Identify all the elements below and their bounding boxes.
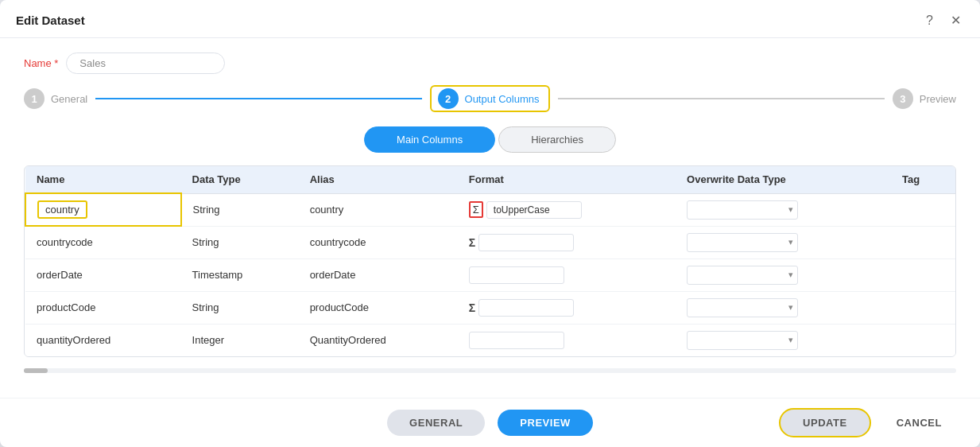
cell-overwrite: ▾ [676,226,891,258]
cell-name: quantityOrdered [25,324,181,356]
name-label: Name * [24,57,58,69]
overwrite-select-orderdate[interactable] [687,266,798,285]
cell-overwrite: ▾ [676,324,891,356]
sigma-symbol: Σ [473,204,479,216]
format-input-quantityordered[interactable] [469,332,564,349]
cell-tag [891,291,955,324]
cell-name: productCode [25,291,181,324]
col-name: Name [25,166,181,193]
cell-tag [891,258,955,291]
step-1[interactable]: 1 General [24,88,87,109]
name-input[interactable] [66,52,225,74]
cell-datatype: String [181,291,299,324]
close-button[interactable]: ✕ [947,11,964,29]
step-3-label: Preview [920,93,956,105]
horizontal-scrollbar[interactable] [24,368,956,373]
cell-tag [891,226,955,258]
cell-format [458,258,676,291]
col-tag: Tag [891,166,955,193]
col-alias: Alias [299,166,458,193]
overwrite-select-countrycode[interactable] [687,233,798,252]
step-1-label: General [51,93,87,105]
cell-alias: countrycode [299,226,458,258]
steps-row: 1 General 2 Output Columns 3 Preview [24,85,956,112]
table-row: country String country Σ [25,193,955,226]
cell-format: Σ [458,193,676,226]
format-input-orderdate[interactable] [469,266,564,284]
dialog-body: Name * 1 General 2 Output Columns [0,38,980,398]
cell-tag [891,324,955,356]
cell-datatype: Integer [181,324,299,356]
update-button[interactable]: UPDATE [779,408,871,437]
cell-format: Σ [458,226,676,258]
cell-alias: country [299,193,458,226]
tab-hierarchies[interactable]: Hierarchies [498,126,616,153]
step-2-label: Output Columns [465,93,540,105]
dialog-title: Edit Dataset [16,14,85,27]
table-row: countrycode String countrycode Σ [25,226,955,258]
cell-tag [891,193,955,226]
cell-name: orderDate [25,258,181,291]
overwrite-select-country[interactable] [687,200,798,220]
cell-format [458,324,676,356]
cell-datatype: Timestamp [181,258,299,291]
cell-alias: orderDate [299,258,458,291]
cell-name: country [25,193,181,226]
scroll-thumb[interactable] [24,368,48,373]
format-input-country[interactable] [486,201,582,219]
step-3-circle: 3 [893,88,913,109]
cell-name: countrycode [25,226,181,258]
cell-format: Σ [458,291,676,324]
cell-overwrite: ▾ [676,291,891,324]
sigma-icon: Σ [469,301,475,314]
col-datatype: Data Type [181,166,299,193]
cell-datatype: String [181,193,299,226]
step-line-1 [95,98,421,99]
table-container: Name Data Type Alias Format Overwrite Da… [24,165,956,357]
dialog-header: Edit Dataset ? ✕ [0,0,980,38]
cell-alias: QuantityOrdered [299,324,458,356]
overwrite-select-productcode[interactable] [687,298,798,317]
step-2-box: 2 Output Columns [430,85,551,112]
country-name-cell: country [37,200,87,219]
help-button[interactable]: ? [923,12,936,29]
footer-right: UPDATE CANCEL [779,408,956,437]
table-row: orderDate Timestamp orderDate ▾ [25,258,955,291]
dialog-footer: GENERAL PREVIEW UPDATE CANCEL [0,398,980,447]
edit-dataset-dialog: Edit Dataset ? ✕ Name * 1 General 2 [0,0,980,447]
sigma-icon: Σ [469,236,475,249]
col-overwrite: Overwrite Data Type [676,166,891,193]
table-row: quantityOrdered Integer QuantityOrdered … [25,324,955,356]
overwrite-select-quantityordered[interactable] [687,331,798,350]
table-header-row: Name Data Type Alias Format Overwrite Da… [25,166,955,193]
col-format: Format [458,166,676,193]
tab-main-columns[interactable]: Main Columns [364,126,495,153]
step-line-2 [558,98,884,99]
format-input-productcode[interactable] [478,299,574,317]
general-button[interactable]: GENERAL [387,410,485,436]
preview-button[interactable]: PREVIEW [498,410,593,436]
step-2[interactable]: 2 Output Columns [438,88,540,109]
table-row: productCode String productCode Σ [25,291,955,324]
cell-overwrite: ▾ [676,193,891,226]
cell-datatype: String [181,226,299,258]
format-input-countrycode[interactable] [478,234,574,251]
sigma-highlighted-icon: Σ [469,201,483,218]
step-3[interactable]: 3 Preview [893,88,956,109]
columns-table: Name Data Type Alias Format Overwrite Da… [25,166,955,356]
step-1-circle: 1 [24,88,45,109]
cell-alias: productCode [299,291,458,324]
cell-overwrite: ▾ [676,258,891,291]
name-row: Name * [24,52,956,74]
header-icons: ? ✕ [923,11,964,29]
step-2-circle: 2 [438,88,459,109]
tabs-row: Main Columns Hierarchies [24,126,956,153]
cancel-button[interactable]: CANCEL [882,408,956,437]
